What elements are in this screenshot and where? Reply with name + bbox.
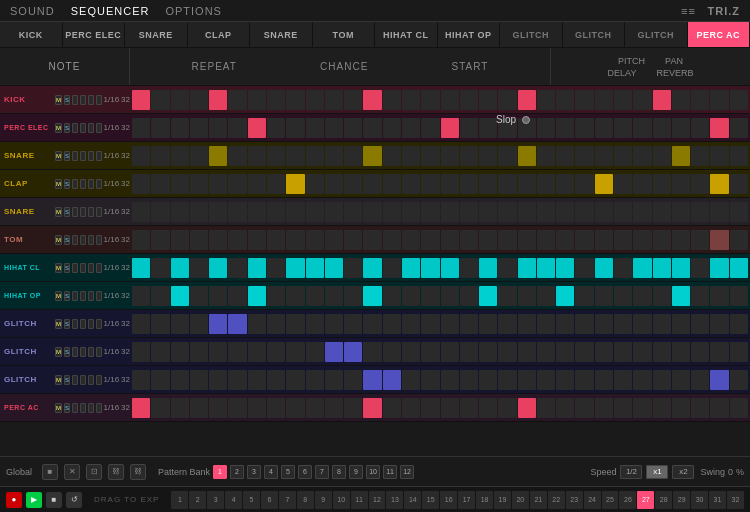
- step-snare-16[interactable]: [441, 146, 459, 166]
- snare2-c1[interactable]: [72, 207, 78, 217]
- tab-snare2[interactable]: SNARE: [250, 22, 313, 47]
- bar-num-21[interactable]: 21: [530, 491, 547, 509]
- step-percac-9[interactable]: [306, 398, 324, 418]
- hihatop-mute[interactable]: M: [55, 291, 62, 301]
- glitch3-c2[interactable]: [80, 375, 86, 385]
- step-kick-26[interactable]: [633, 90, 651, 110]
- step-clap-13[interactable]: [383, 174, 401, 194]
- step-glitch2-13[interactable]: [383, 342, 401, 362]
- bar-num-14[interactable]: 14: [404, 491, 421, 509]
- glitch3-c3[interactable]: [88, 375, 94, 385]
- step-snare-21[interactable]: [537, 146, 555, 166]
- pan-label[interactable]: PAN: [665, 56, 683, 66]
- step-hihatcl-29[interactable]: [691, 258, 709, 278]
- glitch3-c1[interactable]: [72, 375, 78, 385]
- step-tom-19[interactable]: [498, 230, 516, 250]
- step-snare2-12[interactable]: [363, 202, 381, 222]
- step-glitch1-23[interactable]: [575, 314, 593, 334]
- step-perc-23[interactable]: [575, 118, 593, 138]
- step-percac-24[interactable]: [595, 398, 613, 418]
- step-glitch2-0[interactable]: [132, 342, 150, 362]
- step-tom-18[interactable]: [479, 230, 497, 250]
- kick-c3[interactable]: [88, 95, 94, 105]
- step-perc-7[interactable]: [267, 118, 285, 138]
- hihatcl-c3[interactable]: [88, 263, 94, 273]
- step-snare2-29[interactable]: [691, 202, 709, 222]
- step-glitch3-17[interactable]: [460, 370, 478, 390]
- step-percac-28[interactable]: [672, 398, 690, 418]
- pattern-btn-11[interactable]: 11: [383, 465, 397, 479]
- step-snare-7[interactable]: [267, 146, 285, 166]
- step-glitch3-2[interactable]: [171, 370, 189, 390]
- pattern-btn-7[interactable]: 7: [315, 465, 329, 479]
- percac-c2[interactable]: [80, 403, 86, 413]
- snare2-c4[interactable]: [96, 207, 102, 217]
- bar-num-9[interactable]: 9: [315, 491, 332, 509]
- step-glitch3-21[interactable]: [537, 370, 555, 390]
- snare2-c3[interactable]: [88, 207, 94, 217]
- perc-solo[interactable]: S: [64, 123, 70, 133]
- step-kick-6[interactable]: [248, 90, 266, 110]
- step-glitch2-22[interactable]: [556, 342, 574, 362]
- clap-c3[interactable]: [88, 179, 94, 189]
- step-tom-0[interactable]: [132, 230, 150, 250]
- step-percac-26[interactable]: [633, 398, 651, 418]
- loop-btn[interactable]: ↺: [66, 492, 82, 508]
- step-glitch3-20[interactable]: [518, 370, 536, 390]
- bar-num-7[interactable]: 7: [279, 491, 296, 509]
- step-clap-0[interactable]: [132, 174, 150, 194]
- step-snare2-25[interactable]: [614, 202, 632, 222]
- step-clap-23[interactable]: [575, 174, 593, 194]
- tab-tom[interactable]: TOM: [313, 22, 376, 47]
- step-hihatcl-16[interactable]: [441, 258, 459, 278]
- step-tom-15[interactable]: [421, 230, 439, 250]
- tab-glitch2[interactable]: GLITCH: [563, 22, 626, 47]
- step-hihatcl-5[interactable]: [228, 258, 246, 278]
- step-tom-14[interactable]: [402, 230, 420, 250]
- pattern-btn-5[interactable]: 5: [281, 465, 295, 479]
- step-clap-7[interactable]: [267, 174, 285, 194]
- step-glitch1-14[interactable]: [402, 314, 420, 334]
- tom-solo[interactable]: S: [64, 235, 70, 245]
- bar-num-1[interactable]: 1: [171, 491, 188, 509]
- step-tom-7[interactable]: [267, 230, 285, 250]
- step-glitch3-3[interactable]: [190, 370, 208, 390]
- step-snare-5[interactable]: [228, 146, 246, 166]
- tab-snare1[interactable]: SNARE: [125, 22, 188, 47]
- step-hihatcl-10[interactable]: [325, 258, 343, 278]
- step-snare2-20[interactable]: [518, 202, 536, 222]
- bar-num-10[interactable]: 10: [333, 491, 350, 509]
- global-link1[interactable]: ⛓: [108, 464, 124, 480]
- bar-num-15[interactable]: 15: [422, 491, 439, 509]
- step-snare2-22[interactable]: [556, 202, 574, 222]
- step-clap-26[interactable]: [633, 174, 651, 194]
- step-glitch3-5[interactable]: [228, 370, 246, 390]
- bar-num-2[interactable]: 2: [189, 491, 206, 509]
- step-snare2-21[interactable]: [537, 202, 555, 222]
- step-glitch2-26[interactable]: [633, 342, 651, 362]
- snare-c1[interactable]: [72, 151, 78, 161]
- step-hihatcl-31[interactable]: [730, 258, 748, 278]
- step-glitch1-22[interactable]: [556, 314, 574, 334]
- step-perc-14[interactable]: [402, 118, 420, 138]
- step-glitch1-6[interactable]: [248, 314, 266, 334]
- step-clap-28[interactable]: [672, 174, 690, 194]
- glitch2-c2[interactable]: [80, 347, 86, 357]
- step-snare2-0[interactable]: [132, 202, 150, 222]
- tom-mute[interactable]: M: [55, 235, 62, 245]
- step-hihatcl-7[interactable]: [267, 258, 285, 278]
- step-glitch1-9[interactable]: [306, 314, 324, 334]
- step-perc-11[interactable]: [344, 118, 362, 138]
- step-tom-24[interactable]: [595, 230, 613, 250]
- hihatop-c1[interactable]: [72, 291, 78, 301]
- step-snare-29[interactable]: [691, 146, 709, 166]
- snare-c4[interactable]: [96, 151, 102, 161]
- bar-num-23[interactable]: 23: [566, 491, 583, 509]
- step-tom-28[interactable]: [672, 230, 690, 250]
- step-glitch1-5[interactable]: [228, 314, 246, 334]
- step-snare-30[interactable]: [710, 146, 728, 166]
- bar-num-28[interactable]: 28: [655, 491, 672, 509]
- step-glitch3-27[interactable]: [653, 370, 671, 390]
- step-kick-31[interactable]: [730, 90, 748, 110]
- tom-c3[interactable]: [88, 235, 94, 245]
